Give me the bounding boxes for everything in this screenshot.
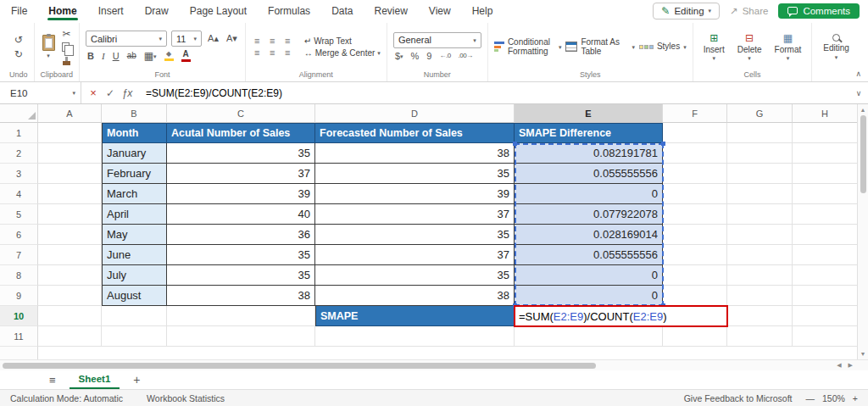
cell-d11[interactable]: [315, 326, 515, 347]
align-bottom-icon[interactable]: ≡: [282, 36, 293, 46]
select-all-corner[interactable]: [0, 104, 38, 123]
cell-styles-button[interactable]: Styles ▾: [639, 42, 687, 52]
cell-h1[interactable]: [793, 123, 857, 143]
cell-month[interactable]: April: [102, 204, 167, 225]
scroll-right-icon[interactable]: ▶: [849, 362, 853, 369]
zoom-in-button[interactable]: +: [853, 393, 858, 403]
cell-g1[interactable]: [727, 123, 793, 143]
cell-h10[interactable]: [793, 306, 857, 326]
row-header-4[interactable]: 4: [0, 184, 38, 204]
cell-h2[interactable]: [793, 143, 857, 164]
cell-f11[interactable]: [663, 326, 727, 347]
cell-smape[interactable]: 0.055555556: [515, 164, 663, 184]
font-color-button[interactable]: A: [180, 49, 192, 63]
cell-e11[interactable]: [515, 326, 663, 347]
cell-f7[interactable]: [663, 245, 727, 265]
cell-actual[interactable]: 36: [167, 225, 315, 245]
cell-f3[interactable]: [663, 164, 727, 184]
cell-smape[interactable]: 0.077922078: [515, 204, 663, 225]
delete-cells-button[interactable]: ⊟ Delete ▾: [733, 32, 766, 61]
row-header-3[interactable]: 3: [0, 164, 38, 184]
cell-actual[interactable]: 35: [167, 245, 315, 265]
menu-tab-insert[interactable]: Insert: [97, 0, 125, 21]
row-header-7[interactable]: 7: [0, 245, 38, 265]
cell-f6[interactable]: [663, 225, 727, 245]
cell-month[interactable]: August: [102, 286, 167, 306]
enter-check-icon[interactable]: ✓: [102, 87, 119, 99]
cell-a3[interactable]: [38, 164, 102, 184]
horizontal-scroll-thumb[interactable]: [3, 363, 596, 369]
expand-formula-bar-icon[interactable]: ∨: [849, 82, 868, 103]
cell-actual[interactable]: 35: [167, 143, 315, 164]
row-header-9[interactable]: 9: [0, 286, 38, 306]
sheet-tab-sheet1[interactable]: Sheet1: [70, 370, 120, 389]
scroll-up-icon[interactable]: ▲: [860, 104, 866, 115]
merge-center-button[interactable]: ↔ Merge & Center ▾: [304, 48, 381, 58]
cell-d1-forecast-header[interactable]: Forecasted Number of Sales: [315, 123, 515, 143]
align-left-icon[interactable]: ≡: [252, 48, 263, 58]
cell-a1[interactable]: [38, 123, 102, 143]
col-header-b[interactable]: B: [102, 104, 167, 123]
shrink-font-button[interactable]: A▾: [225, 33, 239, 44]
cell-f8[interactable]: [663, 265, 727, 286]
cell-g9[interactable]: [727, 286, 793, 306]
menu-tab-help[interactable]: Help: [471, 0, 494, 21]
zoom-level[interactable]: 150%: [822, 393, 845, 403]
cell-month[interactable]: June: [102, 245, 167, 265]
cell-g10[interactable]: [727, 306, 793, 326]
cell-forecast[interactable]: 37: [315, 245, 515, 265]
fill-color-button[interactable]: ◆: [163, 50, 175, 62]
row-header-8[interactable]: 8: [0, 265, 38, 286]
cell-forecast[interactable]: 37: [315, 204, 515, 225]
format-cells-button[interactable]: ▦ Format ▾: [771, 32, 806, 61]
cell-g6[interactable]: [727, 225, 793, 245]
cell-forecast[interactable]: 38: [315, 286, 515, 306]
cell-actual[interactable]: 38: [167, 286, 315, 306]
active-cell-e10-formula[interactable]: =SUM(E2:E9)/COUNT(E2:E9): [514, 305, 728, 327]
scroll-down-icon[interactable]: ▼: [860, 348, 866, 359]
cell-smape[interactable]: 0.028169014: [515, 225, 663, 245]
sheet-list-icon[interactable]: ≡: [49, 374, 56, 387]
menu-tab-draw[interactable]: Draw: [144, 0, 170, 21]
cell-h4[interactable]: [793, 184, 857, 204]
row-header-2[interactable]: 2: [0, 143, 38, 164]
strikethrough-button[interactable]: ab: [125, 51, 138, 61]
cell-f9[interactable]: [663, 286, 727, 306]
cell-actual[interactable]: 37: [167, 164, 315, 184]
menu-tab-page-layout[interactable]: Page Layout: [189, 0, 248, 21]
cell-smape[interactable]: 0.082191781: [515, 143, 663, 164]
calculation-mode[interactable]: Calculation Mode: Automatic: [10, 393, 123, 403]
horizontal-scrollbar[interactable]: ◀ ▶: [0, 359, 868, 370]
cell-month[interactable]: March: [102, 184, 167, 204]
underline-button[interactable]: U: [111, 51, 121, 62]
borders-button[interactable]: ▦▾: [142, 50, 159, 62]
menu-tab-file[interactable]: File: [10, 0, 28, 21]
cell-smape[interactable]: 0: [515, 265, 663, 286]
grow-font-button[interactable]: A▴: [206, 33, 220, 44]
align-top-icon[interactable]: ≡: [252, 36, 263, 46]
cell-forecast[interactable]: 38: [315, 143, 515, 164]
cell-forecast[interactable]: 39: [315, 184, 515, 204]
align-middle-icon[interactable]: ≡: [267, 36, 278, 46]
col-header-e-selected[interactable]: E: [515, 104, 663, 123]
formula-input[interactable]: =SUM(E2:E9)/COUNT(E2:E9): [139, 82, 849, 103]
vertical-scrollbar[interactable]: ▲ ▼: [857, 104, 868, 359]
undo-button[interactable]: ↺: [13, 34, 25, 46]
cell-forecast[interactable]: 35: [315, 164, 515, 184]
cell-a7[interactable]: [38, 245, 102, 265]
cell-c1-actual-header[interactable]: Acutal Number of Sales: [167, 123, 315, 143]
col-header-c[interactable]: C: [167, 104, 315, 123]
insert-cells-button[interactable]: ⊞ Insert ▾: [699, 32, 729, 61]
cell-actual[interactable]: 39: [167, 184, 315, 204]
number-format-select[interactable]: General ▾: [393, 32, 481, 48]
col-header-d[interactable]: D: [315, 104, 515, 123]
editing-mode-button[interactable]: ✎ Editing ▾: [653, 3, 720, 19]
align-center-icon[interactable]: ≡: [267, 48, 278, 58]
cut-button[interactable]: ✂: [61, 28, 73, 40]
format-as-table-button[interactable]: Format As Table ▾: [565, 37, 635, 57]
menu-tab-formulas[interactable]: Formulas: [267, 0, 311, 21]
percent-style-button[interactable]: %: [409, 51, 421, 62]
cell-a5[interactable]: [38, 204, 102, 225]
cell-f1[interactable]: [663, 123, 727, 143]
feedback-link[interactable]: Give Feedback to Microsoft: [684, 393, 793, 403]
